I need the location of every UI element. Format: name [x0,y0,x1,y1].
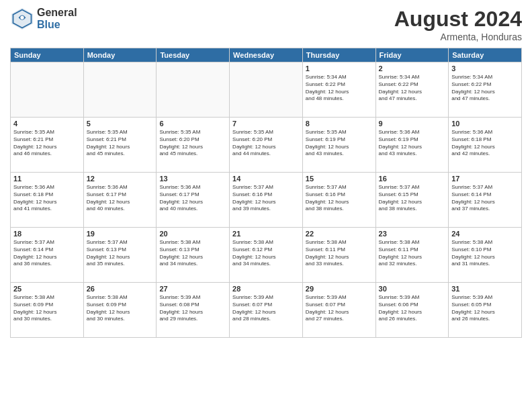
day-info: Sunrise: 5:37 AM Sunset: 6:16 PM Dayligh… [232,184,300,213]
day-info: Sunrise: 5:34 AM Sunset: 6:22 PM Dayligh… [306,74,373,103]
logo-blue-text: Blue [37,19,77,31]
day-info: Sunrise: 5:36 AM Sunset: 6:17 PM Dayligh… [159,184,226,213]
calendar-cell: 14Sunrise: 5:37 AM Sunset: 6:16 PM Dayli… [230,173,303,228]
calendar-cell: 26Sunrise: 5:38 AM Sunset: 6:09 PM Dayli… [83,283,157,338]
day-info: Sunrise: 5:37 AM Sunset: 6:13 PM Dayligh… [87,239,154,268]
week-row-0: 1Sunrise: 5:34 AM Sunset: 6:22 PM Daylig… [11,62,522,118]
logo-text: General Blue [37,7,77,30]
week-row-3: 18Sunrise: 5:37 AM Sunset: 6:14 PM Dayli… [11,228,522,283]
day-number: 4 [13,120,81,128]
day-info: Sunrise: 5:37 AM Sunset: 6:14 PM Dayligh… [13,239,81,268]
weekday-friday: Friday [375,48,449,62]
day-number: 6 [159,120,226,128]
week-row-1: 4Sunrise: 5:35 AM Sunset: 6:21 PM Daylig… [11,118,522,173]
day-number: 11 [13,175,81,183]
calendar-cell [83,62,157,118]
calendar-cell: 7Sunrise: 5:35 AM Sunset: 6:20 PM Daylig… [230,118,303,173]
day-info: Sunrise: 5:37 AM Sunset: 6:16 PM Dayligh… [306,184,373,213]
calendar-cell: 4Sunrise: 5:35 AM Sunset: 6:21 PM Daylig… [11,118,84,173]
day-number: 22 [306,230,373,238]
calendar-cell: 22Sunrise: 5:38 AM Sunset: 6:11 PM Dayli… [302,228,375,283]
day-info: Sunrise: 5:35 AM Sunset: 6:20 PM Dayligh… [232,129,300,158]
day-number: 10 [451,120,519,128]
calendar-cell [157,62,230,118]
calendar: SundayMondayTuesdayWednesdayThursdayFrid… [10,48,522,338]
day-info: Sunrise: 5:39 AM Sunset: 6:08 PM Dayligh… [159,294,226,323]
calendar-cell [230,62,303,118]
week-row-4: 25Sunrise: 5:38 AM Sunset: 6:09 PM Dayli… [11,283,522,338]
day-info: Sunrise: 5:34 AM Sunset: 6:22 PM Dayligh… [451,74,519,103]
calendar-cell: 6Sunrise: 5:35 AM Sunset: 6:20 PM Daylig… [157,118,230,173]
day-number: 27 [159,285,226,293]
day-number: 9 [379,120,446,128]
day-info: Sunrise: 5:39 AM Sunset: 6:07 PM Dayligh… [232,294,300,323]
weekday-sunday: Sunday [11,48,84,62]
day-info: Sunrise: 5:39 AM Sunset: 6:06 PM Dayligh… [379,294,446,323]
day-number: 8 [306,120,373,128]
day-info: Sunrise: 5:38 AM Sunset: 6:09 PM Dayligh… [87,294,154,323]
calendar-cell: 23Sunrise: 5:38 AM Sunset: 6:11 PM Dayli… [375,228,449,283]
calendar-cell: 15Sunrise: 5:37 AM Sunset: 6:16 PM Dayli… [302,173,375,228]
calendar-cell: 25Sunrise: 5:38 AM Sunset: 6:09 PM Dayli… [11,283,84,338]
calendar-cell: 20Sunrise: 5:38 AM Sunset: 6:13 PM Dayli… [157,228,230,283]
location: Armenta, Honduras [394,32,522,42]
day-number: 29 [306,285,373,293]
weekday-wednesday: Wednesday [230,48,303,62]
day-info: Sunrise: 5:35 AM Sunset: 6:21 PM Dayligh… [87,129,154,158]
calendar-cell: 11Sunrise: 5:36 AM Sunset: 6:18 PM Dayli… [11,173,84,228]
day-info: Sunrise: 5:37 AM Sunset: 6:14 PM Dayligh… [451,184,519,213]
calendar-cell: 21Sunrise: 5:38 AM Sunset: 6:12 PM Dayli… [230,228,303,283]
logo-general-text: General [37,7,77,19]
calendar-cell: 2Sunrise: 5:34 AM Sunset: 6:22 PM Daylig… [375,62,449,118]
calendar-cell: 13Sunrise: 5:36 AM Sunset: 6:17 PM Dayli… [157,173,230,228]
day-number: 12 [87,175,154,183]
day-info: Sunrise: 5:39 AM Sunset: 6:05 PM Dayligh… [451,294,519,323]
day-info: Sunrise: 5:38 AM Sunset: 6:09 PM Dayligh… [13,294,81,323]
svg-point-2 [20,16,24,19]
day-info: Sunrise: 5:36 AM Sunset: 6:19 PM Dayligh… [379,129,446,158]
day-info: Sunrise: 5:35 AM Sunset: 6:21 PM Dayligh… [13,129,81,158]
day-number: 19 [87,230,154,238]
weekday-thursday: Thursday [302,48,375,62]
calendar-cell: 9Sunrise: 5:36 AM Sunset: 6:19 PM Daylig… [375,118,449,173]
calendar-cell: 29Sunrise: 5:39 AM Sunset: 6:07 PM Dayli… [302,283,375,338]
day-info: Sunrise: 5:37 AM Sunset: 6:15 PM Dayligh… [379,184,446,213]
day-number: 14 [232,175,300,183]
logo: General Blue [10,7,77,31]
day-number: 3 [451,64,519,73]
calendar-cell: 24Sunrise: 5:38 AM Sunset: 6:10 PM Dayli… [449,228,522,283]
day-number: 2 [379,64,446,73]
day-number: 13 [159,175,226,183]
day-number: 16 [379,175,446,183]
calendar-cell: 28Sunrise: 5:39 AM Sunset: 6:07 PM Dayli… [230,283,303,338]
header: General Blue August 2024 Armenta, Hondur… [10,7,522,42]
logo-icon [10,7,34,31]
day-number: 23 [379,230,446,238]
day-info: Sunrise: 5:38 AM Sunset: 6:10 PM Dayligh… [451,239,519,268]
day-number: 18 [13,230,81,238]
day-info: Sunrise: 5:35 AM Sunset: 6:19 PM Dayligh… [306,129,373,158]
weekday-header-row: SundayMondayTuesdayWednesdayThursdayFrid… [11,48,522,62]
calendar-cell: 19Sunrise: 5:37 AM Sunset: 6:13 PM Dayli… [83,228,157,283]
calendar-header: SundayMondayTuesdayWednesdayThursdayFrid… [11,48,522,62]
calendar-cell: 31Sunrise: 5:39 AM Sunset: 6:05 PM Dayli… [449,283,522,338]
day-info: Sunrise: 5:36 AM Sunset: 6:18 PM Dayligh… [451,129,519,158]
day-info: Sunrise: 5:36 AM Sunset: 6:17 PM Dayligh… [87,184,154,213]
day-info: Sunrise: 5:38 AM Sunset: 6:11 PM Dayligh… [379,239,446,268]
day-number: 25 [13,285,81,293]
calendar-cell: 3Sunrise: 5:34 AM Sunset: 6:22 PM Daylig… [449,62,522,118]
day-info: Sunrise: 5:38 AM Sunset: 6:13 PM Dayligh… [159,239,226,268]
day-number: 5 [87,120,154,128]
day-info: Sunrise: 5:35 AM Sunset: 6:20 PM Dayligh… [159,129,226,158]
day-info: Sunrise: 5:39 AM Sunset: 6:07 PM Dayligh… [306,294,373,323]
day-number: 26 [87,285,154,293]
day-info: Sunrise: 5:36 AM Sunset: 6:18 PM Dayligh… [13,184,81,213]
calendar-cell: 5Sunrise: 5:35 AM Sunset: 6:21 PM Daylig… [83,118,157,173]
calendar-cell: 16Sunrise: 5:37 AM Sunset: 6:15 PM Dayli… [375,173,449,228]
day-info: Sunrise: 5:38 AM Sunset: 6:12 PM Dayligh… [232,239,300,268]
calendar-cell: 17Sunrise: 5:37 AM Sunset: 6:14 PM Dayli… [449,173,522,228]
calendar-cell: 8Sunrise: 5:35 AM Sunset: 6:19 PM Daylig… [302,118,375,173]
day-number: 24 [451,230,519,238]
page: General Blue August 2024 Armenta, Hondur… [0,0,532,411]
calendar-cell: 27Sunrise: 5:39 AM Sunset: 6:08 PM Dayli… [157,283,230,338]
